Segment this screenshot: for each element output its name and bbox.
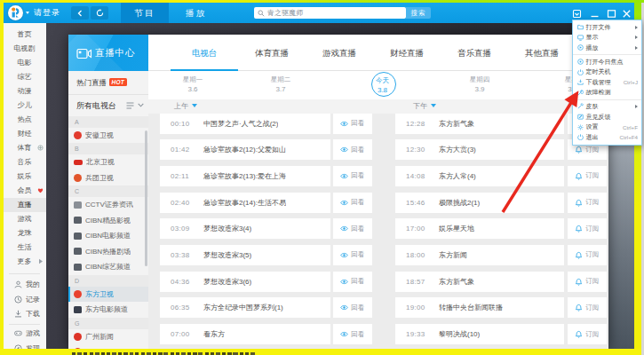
- program-info[interactable]: 19:33 黎明决战(10): [395, 324, 564, 344]
- program-info[interactable]: 17:00 娱乐星天地: [395, 218, 564, 239]
- replay-button[interactable]: 回看: [333, 272, 372, 292]
- sidebar-item[interactable]: 体育: [3, 141, 46, 155]
- program-info[interactable]: 00:10 中国梦之声·人气之战(2): [160, 114, 330, 134]
- sidebar-tool-item[interactable]: 下载: [3, 307, 46, 322]
- category-tab[interactable]: 其他直播: [508, 35, 576, 71]
- channel-item[interactable]: 兵团卫视: [68, 170, 148, 186]
- program-info[interactable]: 12:30 东方大赏(3): [395, 139, 564, 160]
- channel-scrollbar[interactable]: [145, 130, 148, 266]
- sidebar-item[interactable]: 更多: [3, 255, 46, 269]
- search-input[interactable]: [267, 7, 401, 20]
- sidebar-item[interactable]: 会员: [3, 184, 46, 198]
- channel-item[interactable]: CIBN热播剧场: [68, 244, 148, 260]
- sidebar-app-item[interactable]: 发现: [3, 341, 46, 349]
- morning-header[interactable]: 上午: [174, 99, 197, 114]
- subscribe-button[interactable]: 订阅: [568, 193, 608, 213]
- channel-item[interactable]: 北京卫视: [68, 154, 148, 170]
- program-info[interactable]: 01:42 急诊室故事2(12):父爱如山: [160, 139, 330, 160]
- sidebar-tool-item[interactable]: 记录: [3, 292, 46, 307]
- chevron-down-icon[interactable]: [138, 103, 144, 107]
- replay-button[interactable]: 回看: [333, 139, 372, 160]
- category-tab[interactable]: 音乐直播: [441, 35, 508, 71]
- subscribe-button[interactable]: 订阅: [568, 272, 608, 292]
- menu-item[interactable]: 定时关机: [573, 67, 641, 77]
- sidebar-item[interactable]: 电视剧: [3, 42, 46, 56]
- login-link[interactable]: 请登录: [34, 3, 60, 23]
- menu-item[interactable]: 下载管理 Ctrl+J: [573, 77, 641, 88]
- list-view-icon[interactable]: [126, 102, 134, 109]
- sidebar-item[interactable]: 游戏: [3, 212, 46, 226]
- subscribe-button[interactable]: 订阅: [568, 166, 608, 186]
- category-tab[interactable]: 游戏直播: [306, 35, 373, 71]
- program-info[interactable]: 06:35 东方全纪录中国梦系列(1): [160, 297, 330, 318]
- program-info[interactable]: 15:46 极限挑战2(1): [395, 193, 564, 213]
- program-info[interactable]: 02:40 急诊室故事2(14):生活不易: [160, 193, 330, 213]
- sidebar-app-item[interactable]: 游戏: [3, 327, 46, 342]
- search-box[interactable]: [254, 7, 406, 20]
- channel-item[interactable]: CCTV证券资讯: [68, 197, 148, 213]
- menu-item[interactable]: 播放: [573, 43, 641, 53]
- program-info[interactable]: 14:08 东方人常(4): [395, 166, 564, 186]
- menu-item[interactable]: 打开文件: [573, 22, 641, 33]
- refresh-button[interactable]: [91, 6, 108, 20]
- replay-button[interactable]: 回看: [333, 297, 372, 318]
- date-cell[interactable]: 今天 3.8: [356, 71, 409, 99]
- minimize-button[interactable]: [590, 9, 600, 19]
- hot-live-entry[interactable]: 热门直播HOT: [68, 71, 148, 95]
- replay-button[interactable]: 回看: [333, 245, 372, 265]
- menu-item[interactable]: 退出 Ctrl+F4: [573, 132, 641, 143]
- sidebar-item[interactable]: 首页: [3, 28, 46, 42]
- all-channels-header[interactable]: 所有电视台: [68, 95, 148, 116]
- channel-item[interactable]: 东方电影频道: [68, 302, 148, 318]
- subscribe-button[interactable]: 订阅: [568, 324, 608, 344]
- app-logo[interactable]: [8, 5, 23, 20]
- sidebar-tool-item[interactable]: 我的: [3, 278, 46, 293]
- sidebar-item[interactable]: 音乐: [3, 155, 46, 170]
- replay-button[interactable]: 回看: [333, 114, 372, 134]
- menu-item[interactable]: 皮肤: [573, 101, 641, 112]
- program-info[interactable]: 02:11 急诊室故事2(13):爱在上海: [160, 166, 330, 186]
- logo-dropdown-caret-icon[interactable]: [26, 12, 29, 14]
- afternoon-header[interactable]: 下午: [413, 99, 436, 114]
- sidebar-item[interactable]: 热点: [3, 113, 46, 127]
- channel-item[interactable]: 广州新闻: [68, 329, 148, 345]
- replay-button[interactable]: 回看: [333, 218, 372, 239]
- subscribe-button[interactable]: 订阅: [568, 297, 608, 318]
- menu-item[interactable]: 打开今日焦点: [573, 57, 641, 67]
- program-info[interactable]: 07:00 看东方: [160, 324, 330, 344]
- sidebar-item[interactable]: 财经: [3, 127, 46, 141]
- date-cell[interactable]: 星期四 3.9: [453, 71, 506, 99]
- channel-item[interactable]: CIBN综艺频道: [68, 259, 148, 275]
- program-info[interactable]: 12:28 东方新气象: [395, 114, 564, 134]
- category-tab[interactable]: 电视台: [171, 35, 238, 71]
- channel-item[interactable]: 东方卫视: [68, 287, 148, 303]
- date-cell[interactable]: 星期一 3.6: [166, 71, 219, 99]
- menu-item[interactable]: 意见反馈: [573, 112, 641, 122]
- replay-button[interactable]: 回看: [333, 166, 372, 186]
- menu-item[interactable]: 故障检测: [573, 88, 641, 99]
- sidebar-item[interactable]: 动漫: [3, 84, 46, 99]
- replay-button[interactable]: 回看: [333, 324, 372, 344]
- sidebar-item[interactable]: 娱乐: [3, 170, 46, 184]
- search-button[interactable]: 搜索: [406, 7, 431, 20]
- program-info[interactable]: 18:00 东方新闻: [395, 245, 564, 265]
- main-menu-button[interactable]: [572, 9, 582, 19]
- date-cell[interactable]: 星期二 3.7: [254, 71, 307, 99]
- channel-item[interactable]: CIBN精品影视: [68, 213, 148, 229]
- subscribe-button[interactable]: 订阅: [568, 218, 608, 239]
- program-info[interactable]: 03:38 梦想改造家3(5): [160, 245, 330, 265]
- category-tab[interactable]: 财经直播: [373, 35, 441, 71]
- sidebar-item[interactable]: 生活: [3, 241, 46, 255]
- program-info[interactable]: 04:36 梦想改造家3(6): [160, 272, 330, 292]
- titlebar-tab[interactable]: 节目: [121, 3, 169, 23]
- category-tab[interactable]: 体育直播: [238, 35, 306, 71]
- menu-item[interactable]: 显示: [573, 33, 641, 43]
- subscribe-button[interactable]: 订阅: [568, 245, 608, 265]
- channel-item[interactable]: CIBN电影频道: [68, 228, 148, 244]
- program-info[interactable]: 19:00 转播中央台新闻联播: [395, 297, 564, 318]
- sidebar-item[interactable]: 龙珠: [3, 226, 46, 241]
- close-button[interactable]: [622, 9, 632, 19]
- sidebar-item[interactable]: 直播: [3, 198, 46, 212]
- sidebar-item[interactable]: 少儿: [3, 99, 46, 113]
- maximize-button[interactable]: [607, 9, 616, 19]
